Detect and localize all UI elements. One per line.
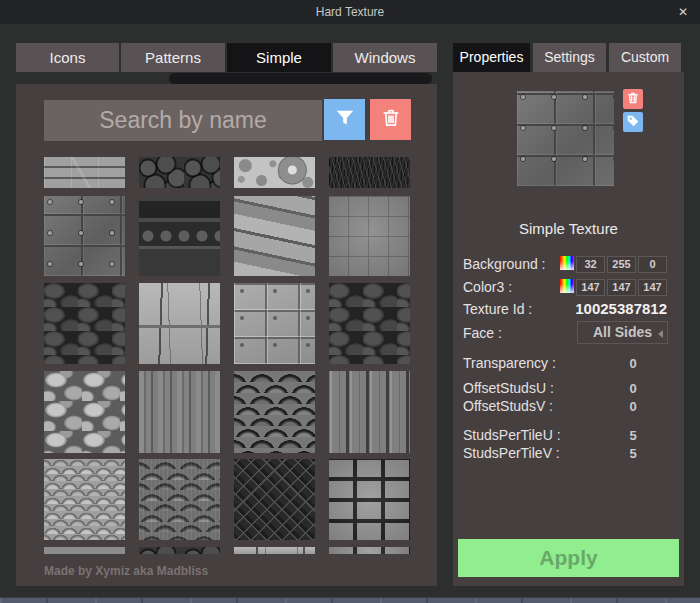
- transparency-label: Transparency :: [463, 355, 556, 371]
- texture-thumbnail-metal-plates[interactable]: [44, 196, 125, 276]
- window-title: Hard Texture: [0, 0, 700, 24]
- background-b-field[interactable]: 0: [638, 256, 667, 273]
- offset-studs-u-label: OffsetStudsU :: [463, 380, 554, 396]
- texture-thumbnail-roof-tiles[interactable]: [44, 459, 125, 540]
- color3-b-field[interactable]: 147: [638, 279, 667, 296]
- filter-button[interactable]: [324, 99, 365, 140]
- texture-thumbnail-stone-bricks[interactable]: [329, 459, 410, 540]
- texture-thumbnail-pebbles[interactable]: [44, 371, 125, 453]
- tab-custom[interactable]: Custom: [609, 43, 681, 72]
- tab-icons[interactable]: Icons: [16, 43, 119, 72]
- studs-per-tile-u-field[interactable]: 5: [611, 428, 655, 443]
- search-input[interactable]: [44, 100, 322, 141]
- background-r-field[interactable]: 32: [576, 256, 605, 273]
- background-g-field[interactable]: 255: [607, 256, 636, 273]
- color3-g-field[interactable]: 147: [607, 279, 636, 296]
- tab-settings[interactable]: Settings: [533, 43, 606, 72]
- texture-id-field[interactable]: 10025387812: [575, 300, 667, 317]
- texture-browser-panel: Made by Xymiz aka Madbliss: [16, 84, 437, 586]
- tab-windows-label: Windows: [355, 49, 416, 66]
- tab-properties[interactable]: Properties: [453, 43, 530, 72]
- texture-thumbnail-cracked-plaster-2[interactable]: [234, 547, 315, 554]
- tab-settings-label: Settings: [544, 49, 595, 65]
- transparency-field[interactable]: 0: [611, 356, 655, 371]
- credit-text: Made by Xymiz aka Madbliss: [44, 564, 208, 578]
- offset-studs-v-label: OffsetStudsV :: [463, 398, 553, 414]
- color3-r-field[interactable]: 147: [576, 279, 605, 296]
- background-label: Background :: [463, 256, 546, 272]
- texture-thumbnail-dark-cobblestone[interactable]: [44, 283, 125, 364]
- viewport-strip: [0, 597, 700, 603]
- texture-thumbnail-cracked-plaster[interactable]: [139, 283, 220, 364]
- properties-panel: Simple Texture Background : 32 255 0 Col…: [453, 72, 684, 586]
- offset-studs-v-field[interactable]: 0: [611, 399, 655, 414]
- texture-thumbnail-diamond-scales[interactable]: [234, 459, 315, 540]
- plugin-window: Hard Texture ✕ Icons Patterns Simple Win…: [0, 0, 700, 603]
- trash-icon: [626, 91, 640, 108]
- title-bar: Hard Texture ✕: [0, 0, 700, 24]
- texture-thumbnail-wood-grain[interactable]: [139, 371, 220, 453]
- background-color-picker-icon[interactable]: [560, 256, 574, 270]
- face-label: Face :: [463, 325, 502, 341]
- texture-thumbnail-concrete[interactable]: [44, 547, 125, 554]
- close-icon: ✕: [678, 5, 688, 19]
- texture-thumbnail-porous-stone[interactable]: [234, 157, 315, 188]
- offset-studs-u-field[interactable]: 0: [611, 381, 655, 396]
- tab-simple[interactable]: Simple: [227, 43, 331, 72]
- face-dropdown[interactable]: All Sides: [577, 321, 668, 344]
- clear-search-button[interactable]: [370, 99, 411, 140]
- delete-texture-button[interactable]: [623, 89, 643, 109]
- close-button[interactable]: ✕: [674, 0, 692, 24]
- tag-icon: [626, 114, 640, 131]
- tab-patterns[interactable]: Patterns: [121, 43, 225, 72]
- studs-per-tile-v-label: StudsPerTileV :: [463, 445, 560, 461]
- texture-thumbnail-stone-slabs[interactable]: [234, 196, 315, 276]
- tab-windows[interactable]: Windows: [333, 43, 437, 72]
- texture-thumbnail-tile-grid[interactable]: [329, 196, 410, 276]
- tab-custom-label: Custom: [621, 49, 669, 65]
- texture-thumbnail-dark-rubble-2[interactable]: [139, 547, 220, 554]
- texture-thumbnail-dark-rubble[interactable]: [139, 157, 220, 188]
- filter-funnel-icon: [334, 107, 356, 132]
- texture-thumbnail-ornate-wall[interactable]: [139, 196, 220, 276]
- texture-thumbnail-metal-panels[interactable]: [234, 283, 315, 364]
- dropdown-arrow-icon: [658, 330, 663, 338]
- texture-id-label: Texture Id :: [463, 301, 532, 317]
- tab-icons-label: Icons: [50, 49, 86, 66]
- trash-icon: [380, 107, 402, 132]
- face-dropdown-value: All Sides: [593, 324, 652, 340]
- texture-type-heading: Simple Texture: [453, 220, 684, 237]
- studs-per-tile-v-field[interactable]: 5: [611, 446, 655, 461]
- texture-thumbnail-dark-grass[interactable]: [329, 157, 410, 188]
- tab-simple-label: Simple: [256, 49, 302, 66]
- texture-preview: [517, 91, 614, 186]
- texture-thumbnail-shingles[interactable]: [234, 371, 315, 453]
- tab-patterns-label: Patterns: [145, 49, 201, 66]
- texture-thumbnail-dark-cobblestone-2[interactable]: [329, 283, 410, 364]
- texture-thumbnail-bricks[interactable]: [44, 157, 125, 188]
- apply-button[interactable]: Apply: [458, 539, 679, 577]
- tab-properties-label: Properties: [460, 49, 524, 65]
- texture-thumbnail-stone-bricks-2[interactable]: [329, 547, 410, 554]
- texture-thumbnail-wood-planks[interactable]: [329, 371, 410, 453]
- studs-per-tile-u-label: StudsPerTileU :: [463, 427, 561, 443]
- tag-texture-button[interactable]: [623, 112, 643, 132]
- color3-color-picker-icon[interactable]: [560, 279, 574, 293]
- tab-scrollbar[interactable]: [169, 73, 432, 84]
- color3-label: Color3 :: [463, 279, 512, 295]
- texture-thumbnail-wavy-shingles[interactable]: [139, 459, 220, 540]
